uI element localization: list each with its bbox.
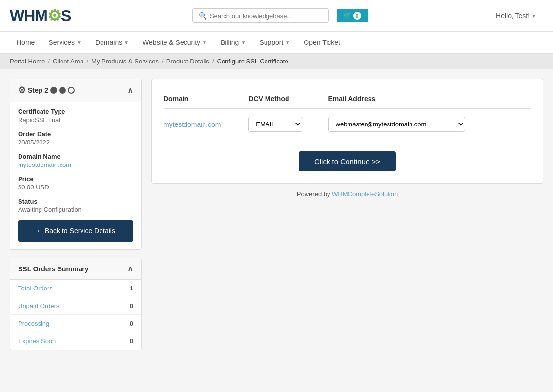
cart-badge: 0 <box>353 12 361 20</box>
page-content: ⚙ Step 2 ∧ Certificate Type RapidSSL Tri… <box>0 69 553 368</box>
unpaid-orders-count: 0 <box>130 302 133 309</box>
ssl-summary-processing: Processing 0 <box>10 315 141 332</box>
nav-home[interactable]: Home <box>10 32 41 53</box>
step-icons: ⚙ Step 2 <box>18 85 75 96</box>
step-circle-empty <box>68 87 75 94</box>
ssl-summary-expires-soon: Expires Soon 0 <box>10 332 141 350</box>
ssl-summary-title: SSL Orders Summary <box>18 265 88 273</box>
ssl-summary-total-orders: Total Orders 1 <box>10 280 141 297</box>
domain-value: mytestdomain.com <box>164 121 221 128</box>
nav-website-security[interactable]: Website & Security ▼ <box>136 32 214 53</box>
search-bar[interactable]: 🔍 <box>192 8 329 23</box>
col-dcv-method: DCV Method <box>248 91 328 109</box>
order-date-value: 20/05/2022 <box>18 139 133 146</box>
domain-name-value: mytestdomain.com <box>18 161 133 168</box>
email-address-cell: webmaster@mytestdomain.com postmaster@my… <box>328 109 531 140</box>
sidebar: ⚙ Step 2 ∧ Certificate Type RapidSSL Tri… <box>10 79 142 358</box>
logo-text: WHM⚙S <box>10 6 71 25</box>
websec-caret-icon: ▼ <box>202 40 207 45</box>
ssl-summary-collapse-icon[interactable]: ∧ <box>127 264 133 273</box>
expires-soon-label[interactable]: Expires Soon <box>18 337 56 345</box>
domain-cell: mytestdomain.com <box>164 109 248 140</box>
status-value: Awaiting Configuration <box>18 206 133 213</box>
config-card: Domain DCV Method Email Address mytestdo… <box>151 79 543 184</box>
email-address-select[interactable]: webmaster@mytestdomain.com postmaster@my… <box>328 117 465 132</box>
breadcrumb-sep-2: / <box>86 58 88 65</box>
sidebar-card-body: Certificate Type RapidSSL Trial Order Da… <box>10 102 141 249</box>
processing-label[interactable]: Processing <box>18 320 49 327</box>
total-orders-count: 1 <box>130 285 133 292</box>
step-circle-filled-2 <box>59 87 66 94</box>
services-caret-icon: ▼ <box>77 40 82 45</box>
cert-type-value: RapidSSL Trial <box>18 116 133 124</box>
cart-button[interactable]: 🛒 0 <box>337 9 368 23</box>
sidebar-info-card: ⚙ Step 2 ∧ Certificate Type RapidSSL Tri… <box>10 79 142 250</box>
step-gear-icon: ⚙ <box>18 85 26 96</box>
info-price: Price $0.00 USD <box>18 175 133 191</box>
processing-count: 0 <box>130 320 133 327</box>
price-value: $0.00 USD <box>18 184 133 191</box>
expires-soon-count: 0 <box>130 337 133 345</box>
status-label: Status <box>18 198 133 205</box>
nav-open-ticket[interactable]: Open Ticket <box>297 32 347 53</box>
header-right: 🔍 🛒 0 <box>192 8 368 23</box>
logo: WHM⚙S <box>10 6 71 25</box>
nav-billing[interactable]: Billing ▼ <box>214 32 252 53</box>
info-order-date: Order Date 20/05/2022 <box>18 130 133 146</box>
breadcrumb-client-area[interactable]: Client Area <box>53 58 84 65</box>
ssl-summary-rows: Total Orders 1 Unpaid Orders 0 Processin… <box>10 280 141 350</box>
step-circle-filled-1 <box>50 87 57 94</box>
powered-by-link[interactable]: WHMCompleteSolution <box>332 190 398 198</box>
nav-services[interactable]: Services ▼ <box>41 32 88 53</box>
logo-gear: ⚙ <box>47 6 61 25</box>
dcv-method-cell: EMAIL HTTP DNS <box>248 109 328 140</box>
breadcrumb-current: Configure SSL Certificate <box>217 58 288 65</box>
price-label: Price <box>18 175 133 183</box>
breadcrumb-portal-home[interactable]: Portal Home <box>10 58 45 65</box>
breadcrumb-product-details[interactable]: Product Details <box>166 58 209 65</box>
col-email-address: Email Address <box>328 91 531 109</box>
domain-name-label: Domain Name <box>18 153 133 160</box>
table-row: mytestdomain.com EMAIL HTTP DNS webmast <box>164 109 531 140</box>
breadcrumb-sep-4: / <box>212 58 214 65</box>
breadcrumb-sep-1: / <box>48 58 50 65</box>
ssl-summary-header: SSL Orders Summary ∧ <box>10 258 141 280</box>
step-label: Step 2 <box>28 86 48 94</box>
ssl-summary-unpaid-orders: Unpaid Orders 0 <box>10 297 141 315</box>
config-table: Domain DCV Method Email Address mytestdo… <box>164 91 531 140</box>
billing-caret-icon: ▼ <box>241 40 246 45</box>
search-input[interactable] <box>210 12 323 20</box>
main-panel: Domain DCV Method Email Address mytestdo… <box>151 79 543 358</box>
user-greeting: Hello, Test! <box>496 12 530 20</box>
user-caret-icon: ▼ <box>532 13 536 19</box>
breadcrumb-my-products[interactable]: My Products & Services <box>91 58 159 65</box>
ssl-orders-summary-card: SSL Orders Summary ∧ Total Orders 1 Unpa… <box>10 258 142 350</box>
back-to-service-button[interactable]: ← Back to Service Details <box>18 220 133 242</box>
info-domain-name: Domain Name mytestdomain.com <box>18 153 133 168</box>
nav-links: Home Services ▼ Domains ▼ Website & Secu… <box>10 32 347 53</box>
sidebar-card-header: ⚙ Step 2 ∧ <box>10 79 141 102</box>
info-cert-type: Certificate Type RapidSSL Trial <box>18 108 133 124</box>
continue-button[interactable]: Click to Continue >> <box>299 151 396 171</box>
info-status: Status Awaiting Configuration <box>18 198 133 213</box>
main-nav: Home Services ▼ Domains ▼ Website & Secu… <box>0 32 553 54</box>
breadcrumb: Portal Home / Client Area / My Products … <box>0 54 553 69</box>
breadcrumb-sep-3: / <box>162 58 164 65</box>
nav-support[interactable]: Support ▼ <box>252 32 297 53</box>
collapse-icon[interactable]: ∧ <box>127 86 133 95</box>
support-caret-icon: ▼ <box>285 40 290 45</box>
dcv-method-select[interactable]: EMAIL HTTP DNS <box>248 117 302 132</box>
domains-caret-icon: ▼ <box>124 40 129 45</box>
top-header: WHM⚙S 🔍 🛒 0 Hello, Test! ▼ <box>0 0 553 32</box>
order-date-label: Order Date <box>18 130 133 138</box>
user-menu[interactable]: Hello, Test! ▼ <box>489 5 543 26</box>
powered-by: Powered by WHMCompleteSolution <box>151 190 543 198</box>
powered-by-text: Powered by <box>297 190 332 198</box>
cert-type-label: Certificate Type <box>18 108 133 115</box>
nav-domains[interactable]: Domains ▼ <box>88 32 136 53</box>
col-domain: Domain <box>164 91 248 109</box>
search-icon: 🔍 <box>199 12 207 20</box>
total-orders-label[interactable]: Total Orders <box>18 285 53 292</box>
unpaid-orders-label[interactable]: Unpaid Orders <box>18 302 60 309</box>
